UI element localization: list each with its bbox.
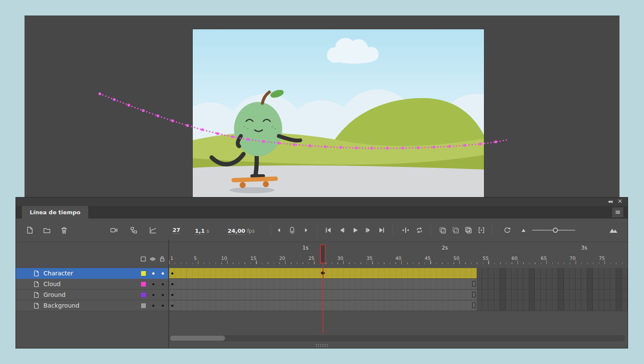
collapse-panel-icon[interactable]: ◀◀: [608, 200, 612, 204]
empty-frames-grid[interactable]: [477, 279, 628, 289]
go-to-last-frame-button[interactable]: [377, 226, 386, 234]
layer-lock-dot[interactable]: [161, 272, 164, 275]
onion-range-marker[interactable]: [288, 226, 296, 234]
stage-pasteboard[interactable]: [25, 15, 619, 197]
graph-editor-button[interactable]: [148, 226, 157, 234]
timeline-panel: ◀◀ × Línea de tiempo ≡ 27 1,1s 24,00fps: [15, 197, 628, 349]
frame-row-character[interactable]: [169, 268, 628, 279]
layer-name: Character: [43, 270, 73, 277]
layer-list: Character Cloud Ground: [16, 268, 168, 311]
panel-menu-icon[interactable]: ≡: [612, 207, 623, 217]
empty-frames-grid[interactable]: [477, 268, 628, 278]
horizontal-scrollbar-track[interactable]: [169, 335, 625, 341]
fps-unit: fps: [247, 228, 255, 234]
column-divider: [168, 240, 169, 263]
close-panel-icon[interactable]: ×: [617, 197, 622, 204]
layer-name: Background: [43, 302, 80, 309]
frame-row-ground[interactable]: [169, 290, 628, 300]
character-shadow: [230, 187, 274, 193]
timeline-zoom-slider-knob[interactable]: [553, 228, 558, 233]
layer-lock-dot[interactable]: [162, 283, 164, 285]
layer-parenting-button[interactable]: [129, 226, 138, 234]
horizontal-scrollbar-thumb[interactable]: [170, 336, 225, 341]
step-back-button[interactable]: [337, 226, 346, 234]
modify-markers-button[interactable]: [477, 226, 486, 234]
layer-color-swatch[interactable]: [141, 282, 146, 287]
panel-titlebar: ◀◀ ×: [16, 197, 628, 206]
frame-rate-field[interactable]: 24,00fps: [228, 226, 255, 234]
playhead-line[interactable]: [323, 263, 324, 334]
keyframe-dot[interactable]: [171, 294, 173, 296]
onion-prev-marker-button[interactable]: [275, 226, 283, 234]
ruler-second-label: 1s: [297, 245, 314, 251]
outline-mode-icon[interactable]: [140, 256, 147, 264]
delete-layer-button[interactable]: [60, 226, 68, 234]
fps-value[interactable]: 24,00: [228, 228, 245, 235]
layer-visibility-dot[interactable]: [152, 272, 155, 275]
frame-row-background[interactable]: [169, 300, 628, 311]
toolbar-divider: [317, 225, 317, 236]
loop-playback-button[interactable]: [415, 226, 424, 234]
tab-timeline[interactable]: Línea de tiempo: [22, 206, 88, 219]
layer-icon: [33, 302, 40, 309]
layer-icon: [33, 281, 40, 287]
lock-column-icon[interactable]: [159, 256, 166, 264]
span-end-marker[interactable]: [472, 302, 475, 308]
elapsed-time-value[interactable]: 1,1: [195, 228, 205, 235]
layer-row-cloud[interactable]: Cloud: [16, 279, 168, 290]
ruler-second-label: 2s: [436, 245, 453, 251]
reset-timeline-zoom-button[interactable]: [503, 226, 512, 234]
keyframe-dot[interactable]: [171, 272, 173, 275]
camera-button[interactable]: [110, 226, 118, 234]
timeline-toolbar: 27 1,1s 24,00fps: [16, 219, 628, 242]
current-frame-field[interactable]: 27: [173, 227, 180, 234]
onion-skin-button[interactable]: [438, 226, 447, 234]
center-frame-button[interactable]: [401, 226, 410, 234]
layer-icon: [33, 292, 40, 298]
timeline-ruler[interactable]: 1s 2s 3s 1 5 10 15 20 25 30 35 40 45 50 …: [169, 242, 628, 268]
layer-icon: [33, 270, 40, 277]
play-button[interactable]: [351, 226, 359, 234]
elapsed-time-unit: s: [206, 228, 209, 234]
frame-rows: [169, 268, 628, 311]
ruler-minor-ticks: [169, 262, 628, 264]
step-forward-button[interactable]: [364, 226, 373, 234]
go-to-first-frame-button[interactable]: [324, 226, 333, 234]
layer-lock-dot[interactable]: [162, 294, 164, 296]
empty-frames-grid[interactable]: [477, 290, 628, 300]
onion-skin-outlines-button[interactable]: [451, 226, 460, 234]
toolbar-divider: [492, 225, 492, 236]
layer-lock-dot[interactable]: [162, 305, 164, 307]
layer-color-swatch[interactable]: [141, 303, 146, 308]
layer-color-swatch[interactable]: [141, 271, 146, 276]
zoom-out-frames-icon[interactable]: [519, 226, 528, 234]
stage-canvas[interactable]: [193, 29, 484, 197]
span-end-marker[interactable]: [472, 292, 475, 297]
layer-color-swatch[interactable]: [141, 293, 146, 297]
keyframe-dot[interactable]: [171, 283, 173, 285]
frame-row-cloud[interactable]: [169, 279, 628, 290]
layer-visibility-dot[interactable]: [152, 283, 154, 285]
layer-row-character[interactable]: Character: [16, 268, 168, 279]
keyframe-dot[interactable]: [171, 305, 173, 307]
elapsed-time-field[interactable]: 1,1s: [195, 226, 209, 234]
layers-column: Character Cloud Ground: [16, 242, 168, 348]
layer-visibility-dot[interactable]: [152, 305, 154, 307]
onion-next-marker-button[interactable]: [302, 226, 310, 234]
empty-frames-grid[interactable]: [477, 300, 628, 311]
toolbar-divider: [431, 225, 431, 236]
layer-row-background[interactable]: Background: [16, 300, 168, 311]
toolbar-divider: [271, 225, 271, 236]
layer-visibility-dot[interactable]: [152, 294, 154, 296]
span-end-marker[interactable]: [472, 281, 475, 287]
new-layer-button[interactable]: [25, 226, 34, 234]
scene-artwork: [193, 29, 484, 197]
ruler-second-label: 3s: [576, 245, 593, 251]
visibility-column-icon[interactable]: [149, 256, 156, 264]
zoom-in-frames-icon[interactable]: [609, 226, 618, 234]
panel-resize-grip[interactable]: [315, 344, 328, 347]
new-folder-button[interactable]: [43, 226, 51, 234]
layer-row-ground[interactable]: Ground: [16, 290, 168, 300]
playhead-marker[interactable]: [320, 244, 326, 263]
edit-multiple-frames-button[interactable]: [464, 226, 473, 234]
